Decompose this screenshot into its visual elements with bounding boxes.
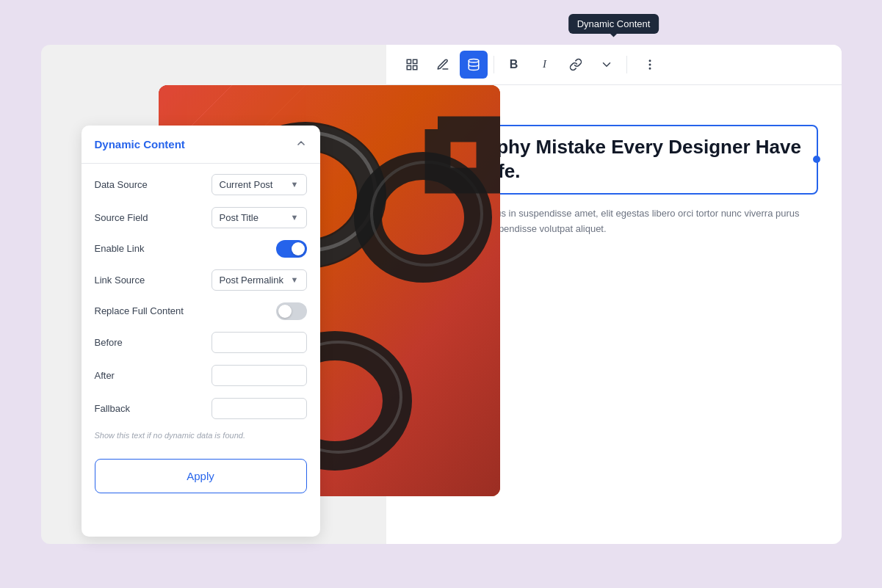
link-source-value: Post Permalink <box>220 275 283 286</box>
data-source-row: Data Source Current Post ▼ <box>95 174 307 195</box>
list-view-button[interactable] <box>398 51 426 79</box>
more-options-button[interactable] <box>636 51 664 79</box>
enable-link-label: Enable Link <box>95 243 145 254</box>
source-field-row: Source Field Post Title ▼ <box>95 207 307 228</box>
dynamic-content-tooltip: Dynamic Content <box>568 14 659 34</box>
before-row: Before <box>95 332 307 353</box>
before-label: Before <box>95 337 123 348</box>
source-field-arrow-icon: ▼ <box>291 213 299 222</box>
fallback-hint: Show this text if no dynamic data is fou… <box>95 431 307 440</box>
italic-button[interactable]: I <box>531 51 559 79</box>
svg-rect-10 <box>413 59 416 63</box>
enable-link-toggle[interactable] <box>276 240 307 258</box>
panel-title: Dynamic Content <box>95 138 185 150</box>
data-source-arrow-icon: ▼ <box>291 180 299 189</box>
after-row: After <box>95 365 307 386</box>
source-field-value: Post Title <box>220 212 259 223</box>
link-source-arrow-icon: ▼ <box>291 275 299 284</box>
link-button[interactable] <box>562 51 590 79</box>
fallback-row: Fallback <box>95 398 307 419</box>
toolbar-separator-1 <box>494 56 494 73</box>
after-input[interactable] <box>212 365 307 386</box>
toggle-knob <box>292 242 305 255</box>
svg-rect-11 <box>407 65 411 69</box>
svg-rect-9 <box>407 59 411 63</box>
svg-point-14 <box>649 60 651 62</box>
toolbar-separator-2 <box>626 56 627 73</box>
panel-header: Dynamic Content <box>82 126 320 164</box>
edit-button[interactable] <box>429 51 457 79</box>
database-button[interactable] <box>460 51 488 79</box>
title-handle-right <box>813 156 820 163</box>
expand-button[interactable] <box>593 51 621 79</box>
replace-toggle-knob <box>278 305 292 318</box>
data-source-label: Data Source <box>95 179 148 190</box>
svg-rect-12 <box>413 65 416 69</box>
source-field-label: Source Field <box>95 212 148 223</box>
source-field-select[interactable]: Post Title ▼ <box>212 207 307 228</box>
data-source-select[interactable]: Current Post ▼ <box>212 174 307 195</box>
after-label: After <box>95 370 115 381</box>
fallback-label: Fallback <box>95 403 130 414</box>
link-source-row: Link Source Post Permalink ▼ <box>95 269 307 291</box>
dynamic-content-panel: Dynamic Content Data Source Current Post… <box>82 126 320 537</box>
link-source-select[interactable]: Post Permalink ▼ <box>212 269 307 291</box>
link-source-label: Link Source <box>95 275 145 286</box>
svg-point-13 <box>469 59 479 62</box>
canvas-area: Dynamic Content Data Source Current Post… <box>41 45 842 544</box>
panel-body: Data Source Current Post ▼ Source Field … <box>82 164 320 504</box>
svg-point-15 <box>649 64 651 65</box>
svg-point-16 <box>649 68 651 69</box>
toolbar: Dynamic Content <box>386 45 842 85</box>
chevron-up-icon[interactable] <box>295 137 307 151</box>
replace-full-content-row: Replace Full Content <box>95 302 307 320</box>
replace-full-content-toggle[interactable] <box>276 302 307 320</box>
bold-button[interactable]: B <box>500 51 528 79</box>
replace-full-content-label: Replace Full Content <box>95 305 184 316</box>
apply-button[interactable]: Apply <box>95 459 307 493</box>
fallback-input[interactable] <box>212 398 307 419</box>
data-source-value: Current Post <box>220 179 273 190</box>
before-input[interactable] <box>212 332 307 353</box>
enable-link-row: Enable Link <box>95 240 307 258</box>
